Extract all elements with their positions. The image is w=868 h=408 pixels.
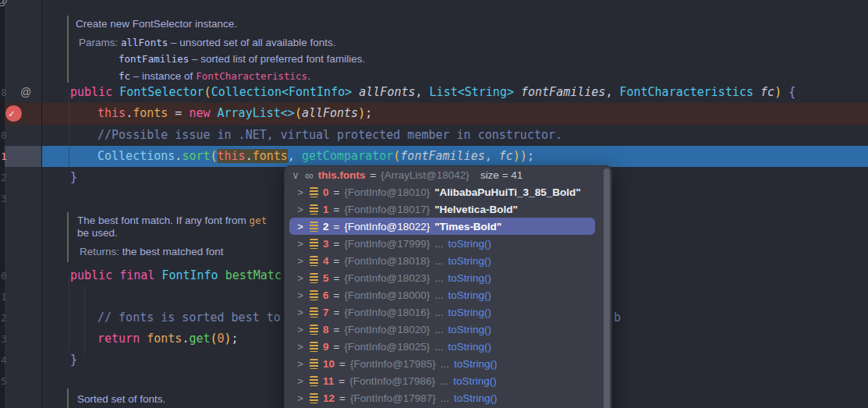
gutter-line[interactable]: 5 xyxy=(0,371,42,392)
tostring-link[interactable]: toString() xyxy=(454,358,498,370)
token-par: ) xyxy=(358,106,365,120)
chevron-right-icon[interactable]: > xyxy=(296,255,305,267)
line-number: 2 xyxy=(1,167,7,188)
variable-row[interactable]: > 7 = {FontInfo@18016} ...toString() xyxy=(289,303,595,321)
chevron-right-icon[interactable]: > xyxy=(296,375,305,387)
code-line[interactable]: } xyxy=(70,349,77,371)
variable-row[interactable]: > 10 = {FontInfo@17985} ...toString() xyxy=(289,355,595,372)
token-doc: . xyxy=(307,70,310,82)
token-cls: List<String> xyxy=(430,85,521,99)
gutter-line[interactable]: ✓ xyxy=(0,103,42,124)
code-line[interactable]: } xyxy=(70,167,77,188)
tostring-link[interactable]: toString() xyxy=(448,341,491,353)
chevron-right-icon[interactable]: > xyxy=(296,324,305,335)
tostring-link[interactable]: toString() xyxy=(448,238,491,250)
code-line[interactable]: public FontSelector(Collection<FontInfo>… xyxy=(70,82,795,103)
token-pln xyxy=(781,85,788,99)
token-pln: ; xyxy=(232,332,239,346)
variable-row[interactable]: > 11 = {FontInfo@17986} ...toString() xyxy=(289,372,595,389)
popup-scrollbar[interactable] xyxy=(604,169,610,408)
variable-row[interactable]: > 12 = {FontInfo@17987} ...toString() xyxy=(289,389,595,406)
line-number: 2 xyxy=(1,307,7,328)
variable-row[interactable]: > 0 = {FontInfo@18010} "AlibabaPuHuiTi_3… xyxy=(289,183,595,200)
tostring-link[interactable]: toString() xyxy=(448,324,491,335)
rendered-doc-toggle-icon[interactable]: @ xyxy=(20,82,31,103)
gutter-line[interactable]: 4 xyxy=(0,349,42,371)
chevron-right-icon[interactable]: > xyxy=(296,358,305,370)
token-par: ( xyxy=(211,149,218,163)
code-line[interactable]: // fonts is sorted best to xyxy=(97,307,281,328)
element-index: 4 xyxy=(323,255,329,267)
token-par: ) xyxy=(225,332,232,346)
token-doc: – unsorted set of all available fonts. xyxy=(168,37,335,48)
tostring-link[interactable]: toString() xyxy=(448,272,491,284)
token-pln: ; xyxy=(365,106,372,120)
gutter-line[interactable]: 3 xyxy=(0,328,42,349)
token-par: ( xyxy=(211,332,218,346)
token-mtd: sort xyxy=(182,149,210,163)
breakpoint-icon[interactable]: ✓ xyxy=(5,105,22,122)
variable-row[interactable]: > 4 = {FontInfo@18018} ...toString() xyxy=(289,252,595,269)
gutter-line[interactable]: 3 xyxy=(0,188,42,209)
tostring-link[interactable]: toString() xyxy=(454,392,498,404)
object-ref: {FontInfo@18023} xyxy=(344,272,430,284)
chevron-right-icon[interactable]: > xyxy=(296,289,305,301)
tostring-link[interactable]: toString() xyxy=(448,289,491,301)
element-index: 1 xyxy=(323,204,329,215)
chevron-right-icon[interactable]: > xyxy=(296,307,305,318)
debugger-variables-popup: ∨ ∞ this.fonts = {ArrayList@18042} size … xyxy=(284,165,612,408)
tostring-link[interactable]: toString() xyxy=(448,255,491,267)
token-param: fc xyxy=(760,85,774,99)
code-line[interactable]: b xyxy=(614,307,621,328)
chevron-right-icon[interactable]: > xyxy=(296,341,305,353)
variable-row[interactable]: > 8 = {FontInfo@18020} ...toString() xyxy=(289,321,595,338)
chevron-right-icon[interactable]: > xyxy=(296,238,305,250)
line-number: 3 xyxy=(1,328,7,349)
chevron-right-icon[interactable]: > xyxy=(296,221,305,232)
variable-row[interactable]: > 6 = {FontInfo@18000} ...toString() xyxy=(289,286,595,303)
gutter-line[interactable]: 2 xyxy=(0,307,42,328)
chevron-right-icon[interactable]: > xyxy=(296,272,305,284)
variable-row[interactable]: > 5 = {FontInfo@18023} ...toString() xyxy=(289,269,595,286)
gutter-line[interactable]: 2 xyxy=(0,167,42,188)
line-number: 5 xyxy=(1,371,7,392)
tostring-link[interactable]: toString() xyxy=(453,375,497,387)
doc-comment-line: be used. xyxy=(77,227,118,239)
chevron-right-icon[interactable]: > xyxy=(296,392,305,404)
code-line[interactable]: public final FontInfo bestMatc xyxy=(70,265,282,286)
code-line[interactable]: //Possible issue in .NET, virtual protec… xyxy=(97,125,562,146)
variable-row[interactable]: > 1 = {FontInfo@18017} "Helvetica-Bold" xyxy=(289,200,595,218)
string-value: "AlibabaPuHuiTi_3_85_Bold" xyxy=(434,186,580,198)
token-fld: fonts xyxy=(133,106,168,120)
token-kw: public xyxy=(70,85,119,99)
token-mtd: bestMatc xyxy=(225,268,282,282)
chevron-right-icon[interactable]: > xyxy=(296,186,305,198)
variable-header-row[interactable]: ∨ ∞ this.fonts = {ArrayList@18042} size … xyxy=(289,166,523,183)
gutter-line[interactable]: 0 xyxy=(0,265,42,286)
chevron-right-icon[interactable]: > xyxy=(296,204,305,215)
gutter-line[interactable]: 0 xyxy=(0,125,42,146)
chevron-down-icon[interactable]: ∨ xyxy=(291,169,300,181)
token-teal: getComparator xyxy=(302,149,393,163)
element-index: 9 xyxy=(323,341,329,353)
indent-guide xyxy=(84,286,85,355)
token-kw: new xyxy=(189,106,217,120)
gutter-line[interactable]: 1 xyxy=(0,286,42,307)
token-cls: FontCharacteristics xyxy=(619,85,760,99)
element-index: 11 xyxy=(323,375,334,387)
variable-row[interactable]: > 3 = {FontInfo@17999} ...toString() xyxy=(289,235,595,252)
gutter-line[interactable]: 1 xyxy=(0,146,42,167)
code-line[interactable]: Collections.sort(this.fonts, getComparat… xyxy=(97,146,534,167)
code-line[interactable]: this.fonts = new ArrayList<>(allFonts); xyxy=(97,103,372,124)
doc-comment-bar xyxy=(67,16,69,83)
gutter-line[interactable]: 8 @ xyxy=(0,82,42,103)
variable-row[interactable]: > 9 = {FontInfo@18025} ...toString() xyxy=(289,338,595,355)
code-line[interactable]: return fonts.get(0); xyxy=(97,328,239,349)
variable-row[interactable]: > 2 = {FontInfo@18022} "Times-Bold" xyxy=(289,218,595,235)
string-value: "Helvetica-Bold" xyxy=(434,204,518,215)
token-docorange: get xyxy=(250,215,267,226)
token-cmt: b xyxy=(614,310,621,325)
equals-sign: = xyxy=(334,341,340,353)
token-brace: } xyxy=(70,170,77,184)
tostring-link[interactable]: toString() xyxy=(448,307,491,318)
